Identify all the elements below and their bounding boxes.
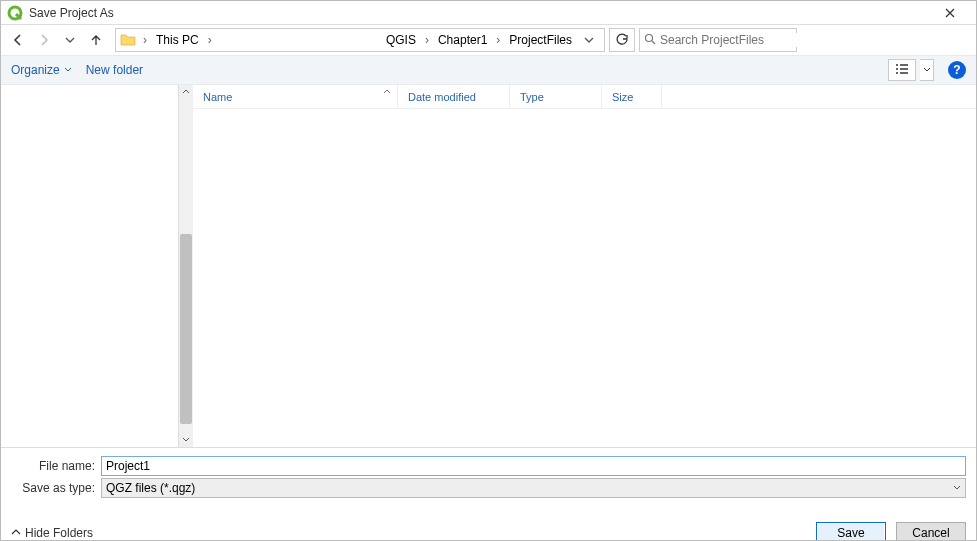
chevron-right-icon[interactable]: › bbox=[205, 33, 215, 47]
address-bar[interactable]: › This PC › QGIS › Chapter1 › ProjectFil… bbox=[115, 28, 605, 52]
close-button[interactable] bbox=[930, 3, 970, 23]
hide-folders-label: Hide Folders bbox=[25, 526, 93, 540]
refresh-button[interactable] bbox=[609, 28, 635, 52]
folder-icon bbox=[120, 32, 136, 48]
save-button[interactable]: Save bbox=[816, 522, 886, 541]
column-header-row: Name Date modified Type Size bbox=[193, 85, 976, 109]
address-history-button[interactable] bbox=[578, 29, 600, 51]
search-icon bbox=[644, 33, 656, 48]
hide-folders-toggle[interactable]: Hide Folders bbox=[11, 526, 93, 540]
cancel-button[interactable]: Cancel bbox=[896, 522, 966, 541]
file-name-label: File name: bbox=[11, 459, 95, 473]
chevron-down-icon bbox=[953, 484, 961, 492]
column-name-label: Name bbox=[203, 91, 232, 103]
search-box[interactable] bbox=[639, 28, 797, 52]
crumb-qgis[interactable]: QGIS bbox=[384, 33, 418, 47]
crumb-chapter1[interactable]: Chapter1 bbox=[436, 33, 489, 47]
help-button[interactable]: ? bbox=[948, 61, 966, 79]
search-input[interactable] bbox=[660, 33, 810, 47]
save-type-select[interactable]: QGZ files (*.qgz) bbox=[101, 478, 966, 498]
organize-menu[interactable]: Organize bbox=[11, 63, 72, 77]
column-header-name[interactable]: Name bbox=[193, 85, 398, 108]
svg-point-1 bbox=[646, 34, 653, 41]
toolbar: Organize New folder ? bbox=[1, 55, 976, 85]
chevron-up-icon bbox=[11, 528, 21, 538]
nav-bar: › This PC › QGIS › Chapter1 › ProjectFil… bbox=[1, 25, 976, 55]
scroll-thumb[interactable] bbox=[180, 234, 192, 424]
column-header-type[interactable]: Type bbox=[510, 85, 602, 108]
chevron-right-icon[interactable]: › bbox=[493, 33, 503, 47]
column-header-size[interactable]: Size bbox=[602, 85, 662, 108]
crumb-this-pc[interactable]: This PC bbox=[154, 29, 201, 51]
crumb-projectfiles[interactable]: ProjectFiles bbox=[507, 33, 574, 47]
chevron-right-icon[interactable]: › bbox=[140, 33, 150, 47]
sort-indicator-icon bbox=[383, 87, 391, 98]
back-button[interactable] bbox=[7, 28, 29, 52]
scroll-up-icon[interactable] bbox=[179, 85, 193, 99]
qgis-icon bbox=[7, 5, 23, 21]
save-type-value: QGZ files (*.qgz) bbox=[106, 481, 195, 495]
bottom-panel: File name: Save as type: QGZ files (*.qg… bbox=[1, 447, 976, 541]
organize-label: Organize bbox=[11, 63, 60, 77]
scroll-down-icon[interactable] bbox=[179, 433, 193, 447]
titlebar: Save Project As bbox=[1, 1, 976, 25]
view-mode-dropdown[interactable] bbox=[920, 59, 934, 81]
tree-scrollbar[interactable] bbox=[179, 85, 193, 447]
file-list[interactable]: Name Date modified Type Size bbox=[193, 85, 976, 447]
file-name-input[interactable] bbox=[101, 456, 966, 476]
scroll-track[interactable] bbox=[179, 99, 193, 433]
main-area: Name Date modified Type Size bbox=[1, 85, 976, 447]
new-folder-button[interactable]: New folder bbox=[86, 63, 143, 77]
chevron-right-icon[interactable]: › bbox=[422, 33, 432, 47]
up-button[interactable] bbox=[85, 28, 107, 52]
recent-locations-button[interactable] bbox=[59, 28, 81, 52]
navigation-tree[interactable] bbox=[1, 85, 179, 447]
view-mode-button[interactable] bbox=[888, 59, 916, 81]
window-title: Save Project As bbox=[29, 6, 930, 20]
chevron-down-icon bbox=[64, 66, 72, 74]
forward-button[interactable] bbox=[33, 28, 55, 52]
column-header-date[interactable]: Date modified bbox=[398, 85, 510, 108]
save-type-label: Save as type: bbox=[11, 481, 95, 495]
